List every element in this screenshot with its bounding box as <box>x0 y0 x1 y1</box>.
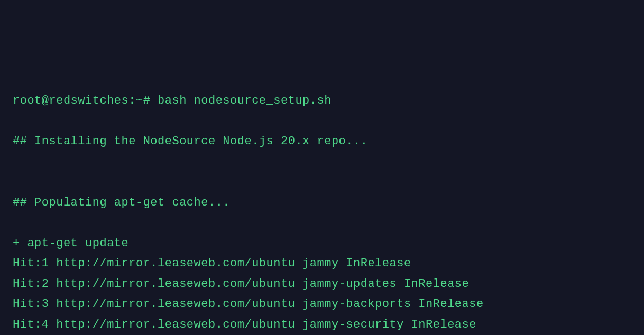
terminal-line: ## Installing the NodeSource Node.js 20.… <box>13 132 631 152</box>
terminal-line: Hit:3 http://mirror.leaseweb.com/ubuntu … <box>13 294 631 315</box>
terminal-line: Hit:4 http://mirror.leaseweb.com/ubuntu … <box>13 315 631 336</box>
terminal-line: ## Populating apt-get cache... <box>13 193 631 213</box>
terminal-line: root@redswitches:~# bash nodesource_setu… <box>13 91 631 111</box>
terminal-line <box>13 172 631 193</box>
terminal-line <box>13 213 631 234</box>
terminal-line: Hit:2 http://mirror.leaseweb.com/ubuntu … <box>13 274 631 295</box>
terminal-line <box>13 152 631 173</box>
terminal-line: + apt-get update <box>13 234 631 254</box>
terminal-line: Hit:1 http://mirror.leaseweb.com/ubuntu … <box>13 254 631 274</box>
terminal-line <box>13 111 631 132</box>
terminal-output[interactable]: root@redswitches:~# bash nodesource_setu… <box>13 91 631 335</box>
